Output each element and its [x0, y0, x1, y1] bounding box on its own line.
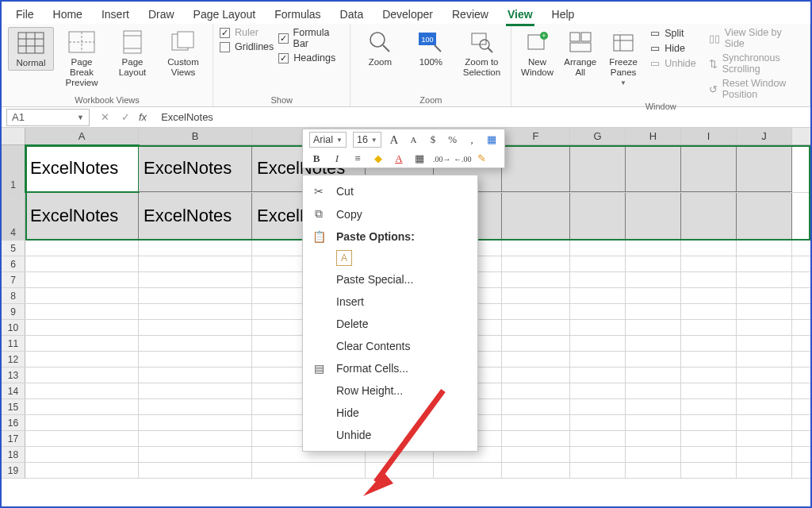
- cell-i4[interactable]: [681, 193, 737, 240]
- cell-c19[interactable]: [252, 463, 366, 478]
- row-header-8[interactable]: 8: [2, 288, 25, 303]
- row-header-13[interactable]: 13: [2, 368, 25, 383]
- currency-icon[interactable]: $: [427, 133, 440, 146]
- row-header-7[interactable]: 7: [2, 272, 25, 287]
- cell-g18[interactable]: [570, 447, 626, 462]
- cell-a16[interactable]: [25, 415, 139, 430]
- cell-j7[interactable]: [737, 272, 792, 287]
- tab-review[interactable]: Review: [442, 5, 498, 24]
- tab-view[interactable]: View: [498, 5, 542, 24]
- cell-a11[interactable]: [25, 336, 139, 351]
- cell-j15[interactable]: [737, 399, 792, 414]
- cell-h11[interactable]: [626, 336, 681, 351]
- arrange-all-button[interactable]: Arrange All: [561, 27, 599, 79]
- cell-b12[interactable]: [139, 352, 252, 367]
- cell-a18[interactable]: [25, 447, 139, 462]
- cell-j12[interactable]: [737, 352, 792, 367]
- col-header-j[interactable]: J: [737, 128, 792, 144]
- ctx-clear-contents[interactable]: Clear Contents: [303, 335, 477, 357]
- cell-h13[interactable]: [626, 368, 681, 383]
- ctx-copy[interactable]: ⧉Copy: [303, 202, 477, 225]
- align-icon[interactable]: ≡: [350, 152, 365, 165]
- cell-h9[interactable]: [626, 304, 681, 319]
- cell-a13[interactable]: [25, 368, 139, 383]
- row-header-4[interactable]: 4: [2, 193, 25, 240]
- cell-i19[interactable]: [681, 463, 737, 478]
- percent-icon[interactable]: %: [446, 133, 459, 146]
- cell-f5[interactable]: [502, 241, 570, 256]
- font-family-selector[interactable]: Arial▼: [309, 132, 347, 148]
- cell-a6[interactable]: [25, 256, 139, 271]
- col-header-f[interactable]: F: [502, 128, 570, 144]
- font-size-selector[interactable]: 16▼: [353, 132, 381, 148]
- cell-i13[interactable]: [681, 368, 737, 383]
- cell-a10[interactable]: [25, 320, 139, 335]
- fill-color-icon[interactable]: ◆: [371, 152, 385, 165]
- borders-icon[interactable]: ▦: [412, 152, 427, 165]
- col-header-i[interactable]: I: [681, 128, 737, 144]
- tab-developer[interactable]: Developer: [373, 5, 442, 24]
- cell-h6[interactable]: [626, 256, 681, 271]
- ctx-paste-option-default[interactable]: A: [303, 248, 477, 268]
- cell-j4[interactable]: [737, 193, 792, 240]
- cell-a17[interactable]: [25, 431, 139, 446]
- cell-a7[interactable]: [25, 272, 139, 287]
- tab-home[interactable]: Home: [44, 5, 92, 24]
- row-header-5[interactable]: 5: [2, 241, 25, 256]
- cell-b6[interactable]: [139, 256, 252, 271]
- cell-h18[interactable]: [626, 447, 681, 462]
- cell-h19[interactable]: [626, 463, 681, 478]
- cell-j18[interactable]: [737, 447, 792, 462]
- cell-g6[interactable]: [570, 256, 626, 271]
- cell-f19[interactable]: [502, 463, 570, 478]
- normal-view-button[interactable]: Normal: [8, 27, 54, 71]
- cell-i17[interactable]: [681, 431, 737, 446]
- decrease-decimal-icon[interactable]: ←.00: [454, 155, 468, 164]
- cell-f12[interactable]: [502, 352, 570, 367]
- cell-b8[interactable]: [139, 288, 252, 303]
- tab-insert[interactable]: Insert: [92, 5, 139, 24]
- cell-j14[interactable]: [737, 383, 792, 398]
- cell-b19[interactable]: [139, 463, 252, 478]
- fx-icon[interactable]: fx: [139, 111, 147, 123]
- cell-b14[interactable]: [139, 383, 252, 398]
- cell-f6[interactable]: [502, 256, 570, 271]
- cell-j16[interactable]: [737, 415, 792, 430]
- cell-i5[interactable]: [681, 241, 737, 256]
- cell-a15[interactable]: [25, 399, 139, 414]
- cell-h17[interactable]: [626, 431, 681, 446]
- cell-f17[interactable]: [502, 431, 570, 446]
- row-header-6[interactable]: 6: [2, 256, 25, 271]
- cell-g11[interactable]: [570, 336, 626, 351]
- row-header-14[interactable]: 14: [2, 383, 25, 398]
- row-header-15[interactable]: 15: [2, 399, 25, 414]
- cell-f14[interactable]: [502, 383, 570, 398]
- cell-g10[interactable]: [570, 320, 626, 335]
- split-button[interactable]: ▭Split: [650, 27, 696, 39]
- cell-h10[interactable]: [626, 320, 681, 335]
- ctx-paste-special[interactable]: Paste Special...: [303, 268, 477, 291]
- increase-decimal-icon[interactable]: .00→: [433, 155, 447, 164]
- cell-h7[interactable]: [626, 272, 681, 287]
- zoom-selection-button[interactable]: Zoom to Selection: [458, 27, 504, 79]
- page-break-preview-button[interactable]: Page Break Preview: [59, 27, 105, 90]
- cell-i6[interactable]: [681, 256, 737, 271]
- cell-i8[interactable]: [681, 288, 737, 303]
- cell-g5[interactable]: [570, 241, 626, 256]
- cell-a4[interactable]: ExcelNotes: [25, 193, 139, 240]
- tab-formulas[interactable]: Formulas: [265, 5, 330, 24]
- cell-b17[interactable]: [139, 431, 252, 446]
- cell-e19[interactable]: [434, 463, 502, 478]
- format-painter-icon[interactable]: ✎: [474, 152, 488, 165]
- cell-i12[interactable]: [681, 352, 737, 367]
- cell-i18[interactable]: [681, 447, 737, 462]
- cell-j9[interactable]: [737, 304, 792, 319]
- cell-b18[interactable]: [139, 447, 252, 462]
- cell-g13[interactable]: [570, 368, 626, 383]
- tab-page-layout[interactable]: Page Layout: [184, 5, 266, 24]
- col-header-a[interactable]: A: [25, 128, 139, 144]
- row-header-19[interactable]: 19: [2, 463, 25, 478]
- ctx-unhide[interactable]: Unhide: [303, 424, 477, 446]
- cell-h1[interactable]: [626, 145, 681, 192]
- chevron-down-icon[interactable]: ▼: [77, 114, 84, 121]
